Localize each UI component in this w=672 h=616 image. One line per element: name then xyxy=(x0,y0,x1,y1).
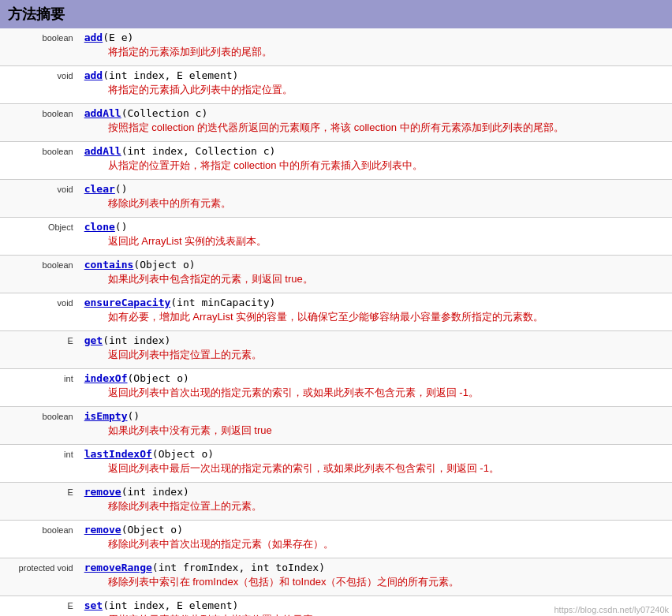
method-link[interactable]: addAll xyxy=(84,145,121,157)
method-params: (Collection c) xyxy=(121,107,208,119)
method-description: 返回此列表中最后一次出现的指定元素的索引，或如果此列表不包含索引，则返回 -1。 xyxy=(84,460,667,479)
method-params: (int minCapacity) xyxy=(170,297,275,308)
method-link[interactable]: clone xyxy=(84,221,115,233)
method-signature: clone() xyxy=(84,221,667,233)
method-detail: remove(Object o)移除此列表中首次出现的指定元素（如果存在）。 xyxy=(80,521,672,558)
method-description: 移除此列表中首次出现的指定元素（如果存在）。 xyxy=(84,536,667,554)
method-signature: addAll(int index, Collection c) xyxy=(84,145,667,157)
method-signature: clear() xyxy=(84,183,667,195)
return-type: E xyxy=(0,483,80,521)
table-row: Eremove(int index)移除此列表中指定位置上的元素。 xyxy=(0,483,672,521)
table-row: voidensureCapacity(int minCapacity)如有必要，… xyxy=(0,293,672,331)
return-type: protected void xyxy=(0,558,80,596)
method-description: 移除此列表中指定位置上的元素。 xyxy=(84,498,667,517)
method-link[interactable]: removeRange xyxy=(84,562,152,573)
method-signature: get(int index) xyxy=(84,334,667,346)
method-description: 从指定的位置开始，将指定 collection 中的所有元素插入到此列表中。 xyxy=(84,157,667,176)
return-type: boolean xyxy=(0,521,80,558)
table-row: booleancontains(Object o)如果此列表中包含指定的元素，则… xyxy=(0,256,672,293)
table-row: booleanaddAll(Collection c)按照指定 collecti… xyxy=(0,104,672,142)
method-params: () xyxy=(128,410,140,422)
table-row: voidadd(int index, E element)将指定的元素插入此列表… xyxy=(0,66,672,104)
method-signature: ensureCapacity(int minCapacity) xyxy=(84,297,667,308)
method-detail: addAll(Collection c)按照指定 collection 的迭代器… xyxy=(80,104,672,142)
method-signature: addAll(Collection c) xyxy=(84,107,667,119)
method-detail: lastIndexOf(Object o)返回此列表中最后一次出现的指定元素的索… xyxy=(80,445,672,483)
method-link[interactable]: remove xyxy=(84,524,121,536)
method-signature: removeRange(int fromIndex, int toIndex) xyxy=(84,562,667,573)
method-detail: get(int index)返回此列表中指定位置上的元素。 xyxy=(80,331,672,369)
method-description: 如有必要，增加此 ArrayList 实例的容量，以确保它至少能够容纳最小容量参… xyxy=(84,308,667,327)
return-type: boolean xyxy=(0,256,80,293)
method-link[interactable]: remove xyxy=(84,486,121,498)
method-params: (E e) xyxy=(103,32,133,43)
method-params: () xyxy=(115,183,128,195)
method-params: (int index, E element) xyxy=(103,69,238,81)
method-detail: addAll(int index, Collection c)从指定的位置开始，… xyxy=(80,142,672,180)
return-type: boolean xyxy=(0,142,80,180)
method-signature: contains(Object o) xyxy=(84,259,667,271)
method-params: () xyxy=(115,221,128,233)
method-link[interactable]: contains xyxy=(84,259,134,271)
method-detail: ensureCapacity(int minCapacity)如有必要，增加此 … xyxy=(80,293,672,331)
method-detail: contains(Object o)如果此列表中包含指定的元素，则返回 true… xyxy=(80,256,672,293)
method-link[interactable]: lastIndexOf xyxy=(84,448,152,460)
method-signature: indexOf(Object o) xyxy=(84,372,667,384)
method-link[interactable]: isEmpty xyxy=(84,410,128,422)
method-detail: clone()返回此 ArrayList 实例的浅表副本。 xyxy=(80,218,672,256)
method-description: 返回此列表中首次出现的指定元素的索引，或如果此列表不包含元素，则返回 -1。 xyxy=(84,384,667,403)
method-params: (Object o) xyxy=(121,524,183,536)
table-row: booleanadd(E e)将指定的元素添加到此列表的尾部。 xyxy=(0,28,672,66)
method-link[interactable]: indexOf xyxy=(84,372,128,384)
method-signature: remove(int index) xyxy=(84,486,667,498)
table-row: voidclear()移除此列表中的所有元素。 xyxy=(0,180,672,218)
return-type: void xyxy=(0,293,80,331)
method-description: 按照指定 collection 的迭代器所返回的元素顺序，将该 collecti… xyxy=(84,119,667,138)
method-params: (int index) xyxy=(121,486,189,498)
method-detail: remove(int index)移除此列表中指定位置上的元素。 xyxy=(80,483,672,521)
method-link[interactable]: get xyxy=(84,334,103,346)
method-link[interactable]: ensureCapacity xyxy=(84,297,171,308)
method-detail: add(E e)将指定的元素添加到此列表的尾部。 xyxy=(80,28,672,66)
method-detail: add(int index, E element)将指定的元素插入此列表中的指定… xyxy=(80,66,672,104)
method-link[interactable]: add xyxy=(84,32,103,43)
return-type: E xyxy=(0,331,80,369)
method-signature: lastIndexOf(Object o) xyxy=(84,448,667,460)
method-params: (Object o) xyxy=(128,372,189,384)
method-params: (Object o) xyxy=(152,448,214,460)
method-description: 移除列表中索引在 fromIndex（包括）和 toIndex（不包括）之间的所… xyxy=(84,573,667,592)
method-description: 如果此列表中包含指定的元素，则返回 true。 xyxy=(84,271,667,289)
methods-table: booleanadd(E e)将指定的元素添加到此列表的尾部。voidadd(i… xyxy=(0,28,672,616)
method-params: (int index) xyxy=(103,334,170,346)
return-type: boolean xyxy=(0,407,80,445)
method-detail: clear()移除此列表中的所有元素。 xyxy=(80,180,672,218)
method-params: (Object o) xyxy=(133,259,195,271)
method-signature: add(E e) xyxy=(84,32,667,43)
method-link[interactable]: addAll xyxy=(84,107,121,119)
method-params: (int index, Collection c) xyxy=(121,145,276,157)
return-type: void xyxy=(0,180,80,218)
method-link[interactable]: set xyxy=(84,599,103,611)
table-row: protected voidremoveRange(int fromIndex,… xyxy=(0,558,672,596)
table-row: intlastIndexOf(Object o)返回此列表中最后一次出现的指定元… xyxy=(0,445,672,483)
table-row: intindexOf(Object o)返回此列表中首次出现的指定元素的索引，或… xyxy=(0,369,672,407)
table-row: booleanisEmpty()如果此列表中没有元素，则返回 true xyxy=(0,407,672,445)
method-signature: isEmpty() xyxy=(84,410,667,422)
table-row: Objectclone()返回此 ArrayList 实例的浅表副本。 xyxy=(0,218,672,256)
method-description: 如果此列表中没有元素，则返回 true xyxy=(84,422,667,441)
return-type: int xyxy=(0,445,80,483)
method-link[interactable]: clear xyxy=(84,183,115,195)
method-detail: indexOf(Object o)返回此列表中首次出现的指定元素的索引，或如果此… xyxy=(80,369,672,407)
method-detail: isEmpty()如果此列表中没有元素，则返回 true xyxy=(80,407,672,445)
method-description: 返回此列表中指定位置上的元素。 xyxy=(84,346,667,365)
return-type: E xyxy=(0,596,80,617)
page-title: 方法摘要 xyxy=(0,0,672,28)
table-row: booleanaddAll(int index, Collection c)从指… xyxy=(0,142,672,180)
return-type: boolean xyxy=(0,104,80,142)
method-link[interactable]: add xyxy=(84,69,103,81)
method-params: (int index, E element) xyxy=(103,599,238,611)
method-description: 返回此 ArrayList 实例的浅表副本。 xyxy=(84,233,667,252)
return-type: int xyxy=(0,369,80,407)
method-params: (int fromIndex, int toIndex) xyxy=(152,562,325,573)
method-description: 将指定的元素插入此列表中的指定位置。 xyxy=(84,81,667,100)
